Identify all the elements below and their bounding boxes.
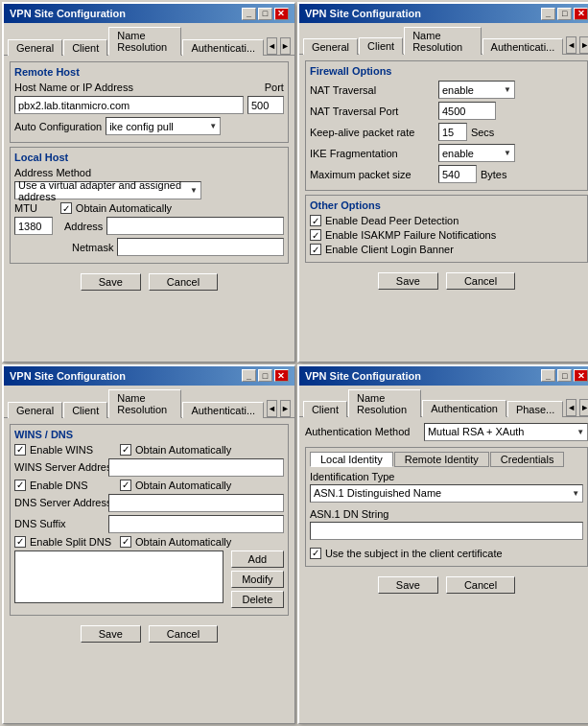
- minimize-btn-4[interactable]: _: [541, 369, 555, 382]
- tab-auth-4[interactable]: Authentication: [422, 400, 506, 417]
- dead-peer-label: Enable Dead Peer Detection: [325, 215, 459, 226]
- tab-auth-2[interactable]: Authenticati...: [482, 38, 564, 55]
- keepalive-input[interactable]: [438, 123, 467, 141]
- tab-prev-2[interactable]: ◄: [566, 36, 576, 54]
- split-dns-obtain-auto-checkbox[interactable]: [120, 536, 131, 548]
- netmask-input[interactable]: [117, 238, 284, 256]
- host-input[interactable]: [14, 96, 244, 114]
- enable-dns-checkbox[interactable]: [14, 480, 26, 491]
- dns-server-input[interactable]: [108, 494, 284, 512]
- wins-server-input[interactable]: [108, 458, 284, 477]
- dns-suffix-input[interactable]: [108, 515, 284, 533]
- tab-general-2[interactable]: General: [303, 38, 358, 55]
- title-3: VPN Site Configuration: [10, 370, 126, 382]
- ike-frag-dropdown[interactable]: enable ▼: [438, 144, 515, 162]
- nat-port-input[interactable]: [438, 102, 496, 120]
- wins-obtain-auto-checkbox[interactable]: [120, 444, 131, 456]
- close-btn-2[interactable]: ✕: [574, 8, 588, 20]
- firewall-options-box: Firewall Options NAT Traversal enable ▼ …: [305, 60, 588, 191]
- modify-btn[interactable]: Modify: [231, 571, 284, 588]
- other-options-box: Other Options Enable Dead Peer Detection…: [305, 195, 588, 263]
- buttons-2: Save Cancel: [305, 269, 588, 290]
- id-type-value: ASN.1 Distinguished Name: [314, 487, 441, 499]
- minimize-btn-2[interactable]: _: [541, 8, 555, 20]
- dn-string-input[interactable]: [310, 522, 583, 540]
- keepalive-label: Keep-alive packet rate: [310, 127, 435, 138]
- remote-identity-tab[interactable]: Remote Identity: [394, 452, 489, 467]
- local-identity-tab[interactable]: Local Identity: [310, 452, 393, 467]
- login-banner-checkbox[interactable]: [310, 244, 321, 255]
- maximize-btn-3[interactable]: □: [258, 369, 272, 382]
- close-btn-1[interactable]: ✕: [274, 8, 289, 20]
- close-btn-4[interactable]: ✕: [574, 369, 588, 382]
- save-btn-3[interactable]: Save: [81, 625, 141, 643]
- auth-method-dropdown[interactable]: Mutual RSA + XAuth ▼: [424, 423, 588, 441]
- cancel-btn-3[interactable]: Cancel: [149, 625, 218, 643]
- netmask-label: Netmask: [72, 242, 113, 253]
- tab-client-3[interactable]: Client: [63, 402, 107, 418]
- enable-split-dns-checkbox[interactable]: [14, 536, 26, 548]
- enable-wins-checkbox[interactable]: [14, 444, 26, 456]
- split-dns-row: Enable Split DNS Obtain Automatically: [14, 536, 284, 548]
- tab-prev-3[interactable]: ◄: [267, 400, 277, 417]
- use-subject-checkbox[interactable]: [310, 548, 321, 559]
- auto-config-dropdown[interactable]: ike config pull ▼: [106, 117, 221, 135]
- save-btn-4[interactable]: Save: [378, 576, 438, 594]
- tab-client-4[interactable]: Client: [303, 401, 347, 417]
- id-type-dropdown[interactable]: ASN.1 Distinguished Name ▼: [310, 484, 583, 503]
- split-dns-list[interactable]: [14, 550, 223, 603]
- dns-suffix-row: DNS Suffix: [14, 515, 284, 533]
- tab-auth-1[interactable]: Authenticati...: [182, 39, 264, 56]
- address-method-dropdown[interactable]: Use a virtual adapter and assigned addre…: [14, 181, 201, 199]
- nat-arrow: ▼: [504, 85, 511, 94]
- id-type-arrow: ▼: [572, 489, 579, 498]
- maximize-btn-1[interactable]: □: [258, 8, 272, 20]
- credentials-tab[interactable]: Credentials: [490, 452, 565, 467]
- mtu-label: MTU: [14, 202, 37, 214]
- save-btn-2[interactable]: Save: [378, 272, 438, 290]
- tab-prev-4[interactable]: ◄: [566, 399, 576, 416]
- tab-nameres-4[interactable]: Name Resolution: [348, 389, 421, 417]
- tab-phase-4[interactable]: Phase...: [507, 401, 563, 417]
- tab-next-1[interactable]: ►: [280, 37, 291, 55]
- split-dns-buttons: Add Modify Delete: [231, 550, 284, 608]
- cancel-btn-2[interactable]: Cancel: [446, 272, 515, 290]
- dead-peer-checkbox[interactable]: [310, 215, 321, 226]
- minimize-btn-1[interactable]: _: [242, 8, 256, 20]
- address-input[interactable]: [106, 217, 284, 235]
- add-btn[interactable]: Add: [231, 550, 284, 568]
- host-port-row: Host Name or IP Address Port: [14, 82, 284, 93]
- mtu-input[interactable]: [14, 217, 53, 235]
- auto-config-arrow: ▼: [209, 122, 217, 130]
- dns-obtain-auto-checkbox[interactable]: [120, 480, 131, 491]
- ike-frag-arrow: ▼: [504, 149, 511, 157]
- address-method-value: Use a virtual adapter and assigned addre…: [18, 179, 190, 202]
- delete-btn[interactable]: Delete: [231, 591, 284, 608]
- tab-general-3[interactable]: General: [8, 402, 62, 418]
- nat-dropdown[interactable]: enable ▼: [438, 81, 515, 99]
- window-auth: VPN Site Configuration _ □ ✕ Client Name…: [297, 364, 588, 725]
- tab-next-4[interactable]: ►: [579, 399, 588, 416]
- minimize-btn-3[interactable]: _: [242, 369, 256, 382]
- tab-next-2[interactable]: ►: [579, 36, 588, 54]
- tab-nameres-3[interactable]: Name Resolution: [108, 389, 181, 418]
- tab-client-2[interactable]: Client: [359, 37, 403, 55]
- cancel-btn-4[interactable]: Cancel: [446, 576, 515, 594]
- tab-prev-1[interactable]: ◄: [267, 37, 277, 55]
- maximize-btn-2[interactable]: □: [557, 8, 572, 20]
- tab-auth-3[interactable]: Authenticati...: [182, 402, 264, 418]
- port-input[interactable]: [247, 96, 284, 114]
- tab-nameres-2[interactable]: Name Resolution: [404, 27, 481, 55]
- tab-client-1[interactable]: Client: [63, 39, 107, 56]
- close-btn-3[interactable]: ✕: [274, 369, 289, 382]
- tab-nameres-1[interactable]: Name Resolution: [108, 27, 181, 56]
- maximize-btn-4[interactable]: □: [557, 369, 572, 382]
- tab-next-3[interactable]: ►: [280, 400, 291, 417]
- max-packet-input[interactable]: [438, 165, 477, 183]
- cancel-btn-1[interactable]: Cancel: [149, 273, 218, 291]
- obtain-auto-checkbox[interactable]: [60, 202, 72, 214]
- isakmp-checkbox[interactable]: [310, 229, 321, 241]
- save-btn-1[interactable]: Save: [81, 273, 141, 291]
- title-bar-2: VPN Site Configuration _ □ ✕: [299, 4, 588, 23]
- tab-general-1[interactable]: General: [8, 39, 62, 56]
